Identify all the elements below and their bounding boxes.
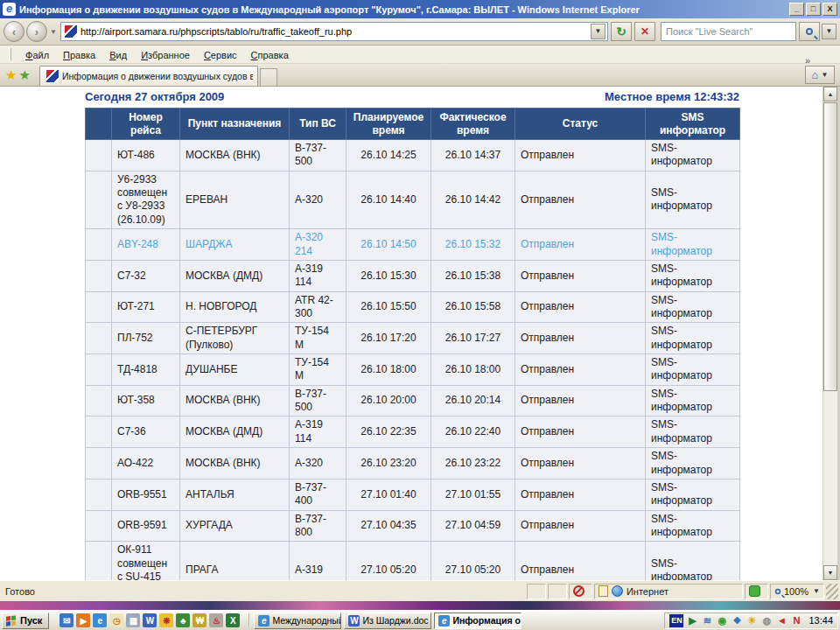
connection-tray-icon[interactable]: ≋: [701, 614, 713, 626]
language-indicator[interactable]: EN: [669, 614, 683, 627]
menu-item-4[interactable]: Сервис: [197, 47, 244, 63]
add-favorite-icon[interactable]: ★: [18, 67, 30, 83]
refresh-icon: ↻: [616, 24, 626, 38]
cell-planned: 26.10 18:00: [346, 354, 431, 386]
table-row: ПЛ-752С-ПЕТЕРБУРГ (Пулково)ТУ-154 М26.10…: [86, 323, 740, 354]
url-dropdown-button[interactable]: ▼: [591, 24, 606, 39]
taskbar-window-1[interactable]: WИз Шарджи.doc - ...: [344, 612, 431, 629]
zoom-dropdown-icon[interactable]: ▼: [813, 587, 820, 595]
cell-sms[interactable]: SMS-информатор: [646, 354, 740, 386]
back-button[interactable]: ‹: [4, 21, 24, 42]
search-button[interactable]: [799, 22, 820, 41]
resize-grip[interactable]: [826, 584, 838, 599]
menu-bar: ФайлПравкаВидИзбранноеСервисСправка: [0, 46, 840, 64]
status-panel: [527, 584, 546, 599]
table-row: ЮТ-358МОСКВА (ВНК)В-737-50026.10 20:0026…: [86, 385, 740, 416]
cell-sms[interactable]: SMS-информатор: [646, 171, 740, 228]
taskbar-window-0[interactable]: eМеждународный а...: [254, 612, 341, 629]
window-title: Информация о движении воздушных судов в …: [19, 4, 786, 15]
scroll-up-icon[interactable]: ▲: [823, 87, 837, 102]
url-text[interactable]: http://airport.samara.ru/phpscripts/tabl…: [80, 26, 591, 37]
maximize-button[interactable]: □: [806, 3, 821, 16]
cell-sms[interactable]: SMS-информатор: [646, 323, 740, 354]
phishing-filter-icon: [749, 585, 760, 597]
taskbar-clock[interactable]: 13:44: [808, 615, 833, 626]
scheduler-tray-icon[interactable]: ▶: [686, 614, 698, 626]
cell-rownum: [86, 323, 112, 354]
start-button[interactable]: Пуск: [2, 612, 49, 629]
cell-sms[interactable]: SMS-информатор: [646, 448, 740, 480]
cell-dest: МОСКВА (ВНК): [180, 140, 290, 172]
active-tab[interactable]: Информация о движении воздушных судов в …: [39, 66, 258, 86]
nod32-tray-icon[interactable]: N: [790, 614, 802, 626]
utility-icon[interactable]: ♨: [209, 613, 223, 627]
local-time: Местное время 12:43:32: [605, 90, 739, 103]
forward-button[interactable]: ›: [26, 21, 47, 42]
zoom-control[interactable]: 100% ▼: [770, 584, 824, 599]
menu-item-0[interactable]: Файл: [18, 47, 56, 63]
table-row: ЮТ-271Н. НОВГОРОДATR 42-30026.10 15:5026…: [86, 291, 740, 323]
calculator-icon[interactable]: ▦: [126, 613, 140, 627]
cell-sms[interactable]: SMS-информатор: [646, 479, 740, 510]
url-input[interactable]: http://airport.samara.ru/phpscripts/tabl…: [60, 22, 608, 41]
toolbar-chevron-icon[interactable]: »: [805, 55, 810, 66]
vertical-scrollbar[interactable]: ▲ ▼: [822, 87, 837, 580]
cell-actual: 26.10 20:14: [431, 385, 515, 416]
desktop-wallpaper: [0, 601, 840, 610]
cell-status: Отправлен: [515, 448, 646, 480]
game-icon[interactable]: ♣: [176, 613, 190, 627]
new-tab-button[interactable]: [260, 68, 277, 86]
media-player-icon[interactable]: ▶: [76, 613, 90, 627]
phishing-panel[interactable]: [745, 584, 768, 599]
cell-sms[interactable]: SMS-информатор: [646, 229, 740, 261]
cell-sms[interactable]: SMS-информатор: [646, 510, 740, 542]
restricted-icon: [573, 585, 584, 597]
taskbar-window-2[interactable]: eИнформация о д...: [434, 612, 522, 629]
cell-flight: С7-32: [112, 260, 180, 291]
photo-viewer-icon[interactable]: ❋: [159, 613, 173, 627]
column-header-1: Номер рейса: [112, 108, 180, 140]
cell-aircraft: А-320: [290, 448, 346, 480]
cell-actual: 26.10 14:42: [431, 171, 515, 228]
home-button[interactable]: ⌂▼: [805, 66, 835, 84]
network-tray-icon[interactable]: ❖: [731, 614, 743, 626]
word-icon[interactable]: W: [143, 613, 157, 627]
update-tray-icon[interactable]: ◍: [760, 614, 773, 626]
refresh-button[interactable]: ↻: [611, 22, 632, 41]
antivirus-tray-icon[interactable]: ◉: [716, 614, 728, 626]
search-placeholder: Поиск "Live Search": [666, 26, 752, 37]
taskbar-separator: [248, 613, 250, 627]
cell-status: Отправлен: [515, 229, 646, 261]
cell-sms[interactable]: SMS-информатор: [646, 542, 740, 580]
cell-planned: 26.10 20:00: [346, 385, 431, 416]
history-dropdown-icon[interactable]: ▼: [50, 28, 57, 36]
cell-sms[interactable]: SMS-информатор: [646, 416, 740, 448]
stop-button[interactable]: ✕: [634, 22, 655, 41]
scrollbar-thumb[interactable]: [823, 102, 837, 391]
scroll-down-icon[interactable]: ▼: [823, 565, 837, 580]
menu-item-3[interactable]: Избранное: [134, 47, 197, 63]
cell-actual: 27.10 05:20: [431, 542, 515, 580]
menu-item-2[interactable]: Вид: [102, 47, 134, 63]
weather-tray-icon[interactable]: ☀: [746, 614, 758, 626]
cell-planned: 27.10 04:35: [346, 510, 431, 542]
cell-sms[interactable]: SMS-информатор: [646, 291, 740, 323]
search-input[interactable]: Поиск "Live Search": [661, 22, 796, 41]
menu-item-1[interactable]: Правка: [56, 47, 102, 63]
excel-icon[interactable]: X: [226, 613, 240, 627]
table-row: ORB-9551АНТАЛЬЯВ-737-40027.10 01:4027.10…: [86, 479, 740, 510]
scheduler-icon[interactable]: ◷: [109, 613, 123, 627]
cell-sms[interactable]: SMS-информатор: [646, 260, 740, 291]
close-button[interactable]: X: [822, 3, 837, 16]
cell-sms[interactable]: SMS-информатор: [646, 385, 740, 416]
cell-flight: АО-422: [112, 448, 180, 480]
volume-tray-icon[interactable]: ◄: [775, 614, 788, 626]
outlook-express-icon[interactable]: ✉: [60, 613, 74, 627]
cell-sms[interactable]: SMS-информатор: [646, 140, 740, 172]
webmoney-icon[interactable]: ₩: [192, 613, 206, 627]
favorites-star-icon[interactable]: ★: [5, 67, 17, 83]
menu-item-5[interactable]: Справка: [244, 47, 296, 63]
minimize-button[interactable]: _: [789, 3, 804, 16]
search-dropdown-button[interactable]: ▼: [822, 24, 836, 39]
internet-explorer-icon[interactable]: e: [93, 613, 107, 627]
